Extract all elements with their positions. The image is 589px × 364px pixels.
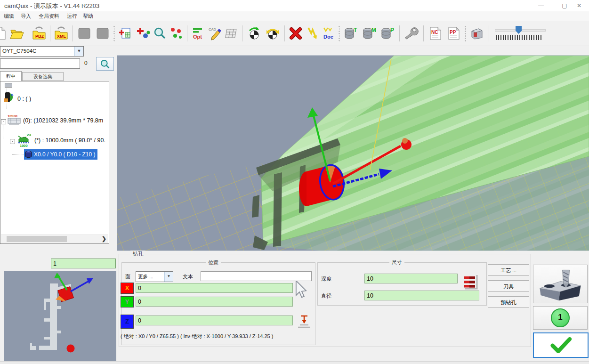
svg-text:NC: NC: [431, 30, 438, 35]
save-as-icon[interactable]: [95, 26, 111, 40]
delete-icon[interactable]: [289, 26, 303, 40]
checkmark-icon: [548, 336, 573, 354]
chevron-down-icon[interactable]: ▼: [164, 272, 173, 282]
new-document-icon[interactable]: [0, 26, 8, 40]
optimize-icon[interactable]: Opt: [191, 26, 205, 40]
x-input[interactable]: [136, 283, 293, 293]
profile-combobox-value: OYT_C7504C: [2, 48, 36, 54]
toolbar-separator: [489, 25, 489, 41]
tree-item-part[interactable]: 0 : ( ): [17, 96, 31, 102]
origin-dot-2d: [67, 345, 75, 353]
save-icon[interactable]: [76, 26, 92, 40]
svg-text:1000: 1000: [20, 144, 28, 147]
menu-run[interactable]: 运行: [67, 13, 77, 20]
open-xml-icon[interactable]: XML: [54, 26, 68, 40]
toolbar-dotted-separator: [464, 25, 467, 41]
hole-index-input[interactable]: [51, 259, 116, 268]
doc-report-icon[interactable]: Doc: [322, 26, 336, 40]
rotate-view-icon[interactable]: [246, 26, 262, 40]
svg-text:Doc: Doc: [323, 34, 333, 40]
tab-in-process[interactable]: 程中: [0, 71, 22, 81]
menu-global-data[interactable]: 全局资料: [39, 13, 59, 20]
scrollbar-thumb[interactable]: [7, 236, 67, 242]
z-axis-chip: Z: [121, 315, 134, 329]
position-group-title: 位置: [206, 259, 221, 266]
optimize-path-icon[interactable]: [169, 26, 183, 40]
grid-view-icon[interactable]: [224, 26, 238, 40]
text-input[interactable]: [201, 271, 312, 281]
y-input[interactable]: [136, 297, 293, 307]
tree-root-icon: [5, 83, 12, 88]
drill-operation-icon: [535, 267, 585, 301]
tool-button[interactable]: 刀具: [488, 280, 529, 292]
chevron-down-icon[interactable]: ▼: [74, 47, 83, 56]
depth-reference-icon[interactable]: [297, 314, 312, 329]
diameter-input[interactable]: [364, 291, 479, 300]
zoom-slider[interactable]: [495, 25, 548, 41]
menubar: 编辑 导入 全局资料 运行 帮助: [0, 11, 589, 21]
svg-text:PP: PP: [450, 30, 456, 35]
machine-simulation-icon[interactable]: [469, 26, 485, 40]
search-input[interactable]: [0, 58, 80, 69]
toolbar-separator: [72, 25, 73, 41]
open-pbz-icon[interactable]: PBZ: [32, 26, 46, 40]
ok-button[interactable]: [533, 332, 589, 358]
titlebar: camQuix - 演示版本 - V1.44 R2203 — ▢ ✕: [0, 0, 589, 11]
toolbar-separator: [187, 25, 187, 41]
close-button[interactable]: ✕: [569, 0, 589, 11]
open-folder-icon[interactable]: [10, 26, 24, 40]
toolbar: PBZ XML Opt CAD Doc T M P NC PP: [0, 21, 589, 46]
z-input[interactable]: [136, 315, 293, 325]
expander-icon[interactable]: -: [1, 119, 6, 124]
process-button[interactable]: 工艺 ...: [488, 264, 529, 276]
profile-combobox[interactable]: OYT_C7504C ▼: [0, 46, 84, 57]
minimize-button[interactable]: —: [531, 0, 551, 11]
text-label: 文本: [183, 273, 193, 280]
toolbar-separator: [28, 25, 28, 41]
flip-view-icon[interactable]: [265, 26, 281, 40]
depth-steps-icon[interactable]: [462, 274, 480, 291]
machine-database-icon[interactable]: M: [361, 26, 377, 40]
zoom-icon[interactable]: [153, 26, 167, 40]
new-view-icon[interactable]: [118, 26, 134, 40]
menu-help[interactable]: 帮助: [83, 13, 93, 20]
svg-text:PBZ: PBZ: [35, 34, 44, 39]
coords-absolute: ( 绝对 : X0 / Y0 / Z65.55 ): [121, 333, 179, 339]
depth-label: 深度: [321, 275, 331, 283]
pp-export-icon[interactable]: PP: [446, 26, 462, 40]
search-count: 0: [84, 60, 88, 66]
run-lightning-icon[interactable]: [305, 26, 319, 40]
viewport-3d[interactable]: [117, 55, 589, 251]
part-icon: K: [4, 92, 15, 103]
search-icon: [100, 59, 110, 69]
depth-input[interactable]: [364, 274, 458, 283]
profile-database-icon[interactable]: P: [379, 26, 395, 40]
cad-edit-icon[interactable]: CAD: [208, 26, 222, 40]
add-drilling-icon[interactable]: [136, 26, 150, 40]
tab-device-set[interactable]: 设备选集: [22, 72, 64, 81]
profile-preview-2d[interactable]: [4, 271, 116, 362]
predrill-button[interactable]: 预钻孔: [488, 296, 529, 308]
tool-database-icon[interactable]: T: [343, 26, 359, 40]
menu-import[interactable]: 导入: [21, 13, 31, 20]
menu-edit[interactable]: 编辑: [4, 13, 14, 20]
nc-export-icon[interactable]: NC: [428, 26, 444, 40]
svg-text:M: M: [371, 27, 376, 33]
coordinates-readout: ( 绝对 : X0 / Y0 / Z65.55 ) ( inv-绝对 : X-1…: [121, 333, 273, 340]
tree-item-bar[interactable]: (0): (1021032 39.9mm * 79.8m: [23, 117, 103, 124]
svg-text:XML: XML: [57, 34, 66, 39]
zoom-slider-handle[interactable]: [516, 26, 522, 34]
face-combobox[interactable]: 更多 ... ▼: [136, 271, 173, 282]
toolbar-dotted-separator: [338, 25, 340, 41]
svg-text:23: 23: [27, 133, 31, 137]
settings-wrench-icon[interactable]: [403, 26, 420, 40]
expander-icon[interactable]: -: [10, 139, 15, 144]
svg-text:CAD: CAD: [209, 27, 216, 32]
scrollbar-right-arrow[interactable]: ❯: [102, 235, 106, 242]
count-button[interactable]: 1: [533, 306, 588, 330]
tree-item-hole-selected[interactable]: X0.0 / Y0.0 ( D10 - Z10 ): [24, 149, 97, 160]
tree-item-profile[interactable]: (*) : 1000.0mm ( 90.0° / 90.: [34, 137, 105, 144]
tree-horizontal-scrollbar[interactable]: ❯: [1, 235, 108, 243]
operation-type-button[interactable]: [533, 265, 588, 303]
search-button[interactable]: [96, 57, 114, 71]
